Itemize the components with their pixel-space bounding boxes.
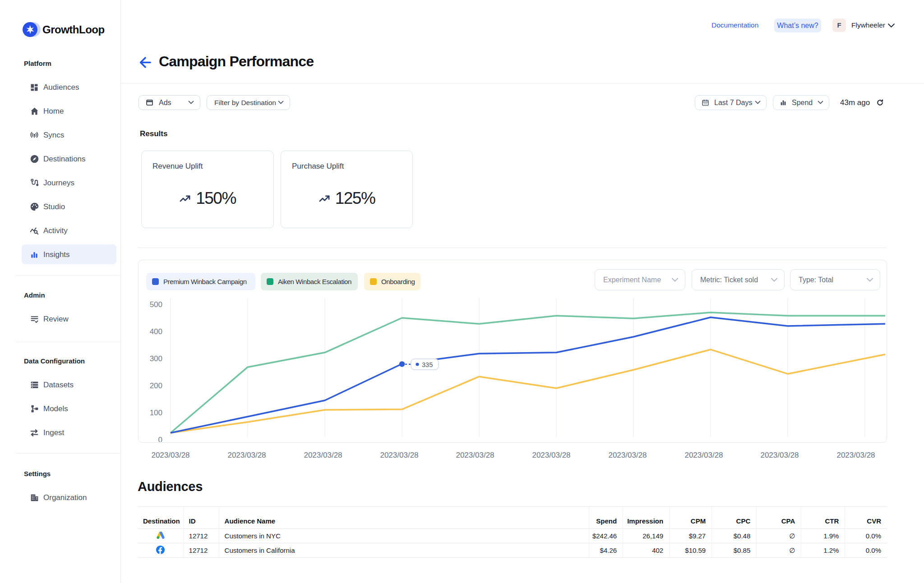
svg-text:300: 300	[150, 354, 162, 363]
svg-text:200: 200	[150, 381, 162, 390]
svg-text:400: 400	[150, 327, 162, 336]
svg-text:500: 500	[150, 300, 162, 309]
svg-text:335: 335	[422, 361, 433, 368]
svg-text:100: 100	[150, 409, 162, 417]
svg-text:0: 0	[158, 436, 162, 442]
